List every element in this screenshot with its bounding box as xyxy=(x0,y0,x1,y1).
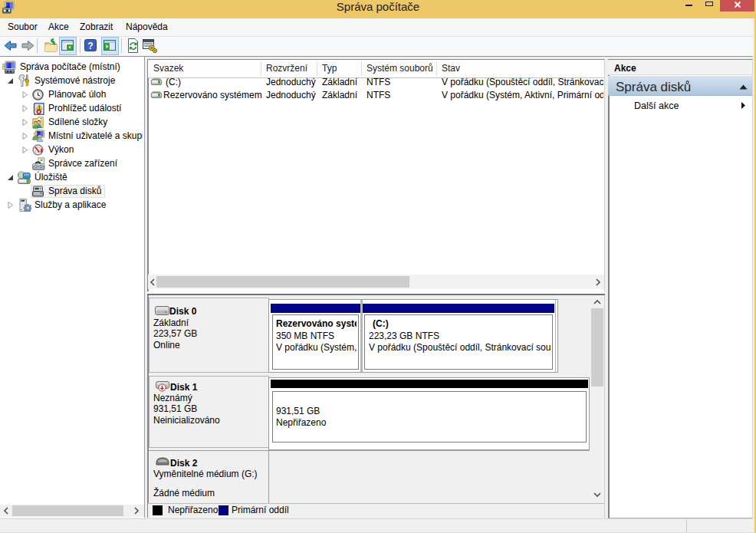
svg-text:?: ? xyxy=(87,41,93,51)
